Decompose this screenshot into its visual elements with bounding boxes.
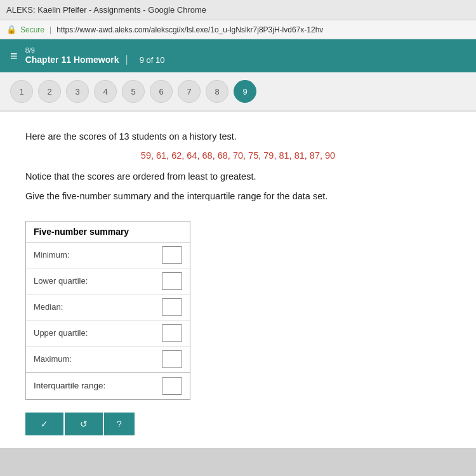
iqr-box bbox=[162, 377, 182, 395]
url-text: https://www-awd.aleks.com/alekscgi/x/lsl… bbox=[56, 25, 323, 34]
progress-fraction: 8/9 bbox=[25, 46, 165, 54]
summary-title: Five-number summary bbox=[26, 221, 190, 242]
iqr-label: Interquartile range: bbox=[34, 381, 105, 390]
median-input[interactable] bbox=[163, 300, 181, 315]
main-content: Here are the scores of 13 students on a … bbox=[0, 112, 476, 448]
upper-quartile-box bbox=[162, 324, 182, 342]
bottom-buttons: ✓ ↺ ? bbox=[25, 413, 451, 435]
question-5[interactable]: 5 bbox=[122, 80, 145, 103]
minimum-input[interactable] bbox=[163, 248, 181, 263]
lock-icon: 🔒 bbox=[6, 25, 17, 34]
maximum-label: Maximum: bbox=[34, 354, 72, 364]
problem-instruction: Give the five-number summary and the int… bbox=[25, 189, 451, 204]
summary-fields: Minimum: Lower quartile: Median: Upper q… bbox=[26, 242, 190, 372]
upper-quartile-input[interactable] bbox=[163, 326, 181, 341]
hint-button[interactable]: ? bbox=[104, 413, 135, 435]
data-values: 59, 61, 62, 64, 68, 68, 70, 75, 79, 81, … bbox=[25, 150, 451, 161]
median-row: Median: bbox=[26, 294, 190, 321]
question-1[interactable]: 1 bbox=[10, 80, 33, 103]
lower-quartile-box bbox=[162, 272, 182, 290]
hamburger-icon[interactable]: ≡ bbox=[10, 49, 18, 63]
question-2[interactable]: 2 bbox=[38, 80, 61, 103]
maximum-row: Maximum: bbox=[26, 347, 190, 372]
median-label: Median: bbox=[34, 302, 63, 312]
question-navigation: 1 2 3 4 5 6 7 8 9 bbox=[0, 72, 476, 112]
question-7[interactable]: 7 bbox=[178, 80, 201, 103]
maximum-input[interactable] bbox=[163, 352, 181, 367]
reset-button[interactable]: ↺ bbox=[65, 413, 103, 435]
upper-quartile-row: Upper quartile: bbox=[26, 321, 190, 347]
aleks-header: ≡ 8/9 Chapter 11 Homework | 9 of 10 bbox=[0, 39, 476, 72]
iqr-row: Interquartile range: bbox=[26, 372, 190, 399]
question-8[interactable]: 8 bbox=[206, 80, 228, 103]
problem-note: Notice that the scores are ordered from … bbox=[25, 169, 451, 184]
minimum-box bbox=[162, 246, 182, 264]
iqr-input[interactable] bbox=[163, 378, 181, 393]
lower-quartile-row: Lower quartile: bbox=[26, 268, 190, 294]
lower-quartile-label: Lower quartile: bbox=[34, 276, 88, 286]
upper-quartile-label: Upper quartile: bbox=[34, 328, 88, 338]
problem-intro: Here are the scores of 13 students on a … bbox=[25, 129, 451, 144]
question-4[interactable]: 4 bbox=[94, 80, 117, 103]
header-info: 8/9 Chapter 11 Homework | 9 of 10 bbox=[25, 46, 165, 65]
check-button[interactable]: ✓ bbox=[25, 413, 63, 435]
lower-quartile-input[interactable] bbox=[163, 274, 181, 289]
secure-label: Secure bbox=[20, 25, 44, 34]
minimum-label: Minimum: bbox=[34, 250, 69, 260]
question-6[interactable]: 6 bbox=[150, 80, 173, 103]
question-3[interactable]: 3 bbox=[66, 80, 89, 103]
question-9[interactable]: 9 bbox=[234, 80, 256, 103]
chapter-title: Chapter 11 Homework bbox=[25, 55, 119, 65]
summary-box: Five-number summary Minimum: Lower quart… bbox=[25, 221, 190, 400]
browser-titlebar: ALEKS: Kaelin Pfeifer - Assignments - Go… bbox=[0, 0, 476, 20]
median-box bbox=[162, 298, 182, 316]
maximum-box bbox=[162, 350, 182, 368]
browser-title: ALEKS: Kaelin Pfeifer - Assignments - Go… bbox=[6, 5, 206, 15]
minimum-row: Minimum: bbox=[26, 242, 190, 268]
browser-addressbar: 🔒 Secure | https://www-awd.aleks.com/ale… bbox=[0, 20, 476, 39]
position-indicator: 9 of 10 bbox=[140, 55, 165, 65]
